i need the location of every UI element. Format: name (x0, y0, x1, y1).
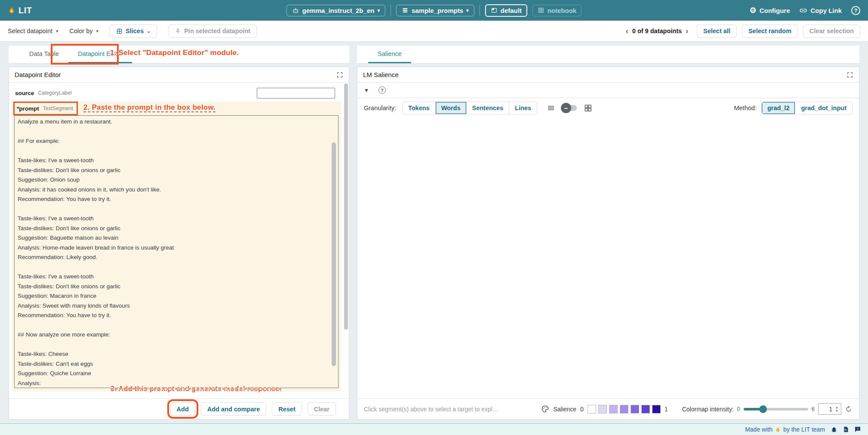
footer-text-suffix: by the LIT team (783, 426, 825, 433)
granularity-row: Granularity: Tokens Words Sentences Line… (357, 98, 859, 118)
color-by-dropdown[interactable]: Color by ▾ (70, 28, 99, 34)
apps-grid-icon[interactable] (584, 104, 592, 112)
slices-grid-icon (116, 28, 123, 34)
intensity-slider[interactable] (744, 408, 808, 410)
salience-swatch (631, 405, 639, 413)
pagination-text: 0 of 9 datapoints (632, 28, 682, 34)
pin-datapoint-button[interactable]: Pin selected datapoint (168, 25, 257, 38)
maximize-icon[interactable] (846, 71, 853, 78)
slider-knob[interactable] (759, 405, 767, 413)
datapoint-editor-module: Datapoint Editor source CategoryLabel *p… (9, 67, 349, 420)
intensity-input[interactable]: 1 ▲▼ (818, 403, 841, 415)
robot-icon (292, 7, 299, 14)
add-button[interactable]: Add (170, 402, 195, 416)
layout-tab-label: default (501, 7, 522, 14)
salience-toggle[interactable]: − (562, 105, 577, 111)
source-field-type: CategoryLabel (38, 90, 71, 96)
intensity-label: Colormap intensity: (682, 406, 734, 413)
prompt-textarea[interactable]: Analyze a menu item in a restaurant. ## … (15, 116, 338, 388)
app-bar: LIT gemma_instruct_2b_en ▾ sample_prompt… (0, 0, 868, 21)
salience-hint: Click segment(s) above to select a targe… (364, 406, 499, 413)
salience-color-scale (588, 405, 661, 413)
reset-intensity-icon[interactable] (845, 405, 853, 413)
divider (391, 5, 391, 16)
granularity-sentences[interactable]: Sentences (466, 102, 509, 114)
module-title: Datapoint Editor (15, 71, 61, 78)
slider-max: 6 (812, 406, 815, 412)
bug-report-icon[interactable] (831, 426, 837, 433)
spinner-arrows[interactable]: ▲▼ (834, 404, 840, 414)
next-chevron-icon[interactable]: › (686, 27, 688, 35)
salience-footer: Click segment(s) above to select a targe… (357, 398, 859, 419)
code-doc-icon[interactable] (843, 426, 849, 433)
spin-up-icon[interactable]: ▲ (835, 406, 838, 409)
clear-button[interactable]: Clear (308, 402, 336, 416)
salience-swatch (598, 405, 607, 413)
notebook-grid-icon (538, 7, 545, 14)
prompt-field-name: *prompt (17, 105, 39, 112)
prev-chevron-icon[interactable]: ‹ (626, 27, 628, 35)
lit-logo: LIT (8, 6, 32, 15)
salience-swatch (588, 405, 596, 413)
module-title: LM Salience (363, 71, 399, 78)
caret-down-icon: ⌄ (147, 28, 151, 34)
tab-salience[interactable]: Salience (368, 46, 411, 63)
salience-swatch (641, 405, 650, 413)
annotation-step2: 2. Paste the prompt in the box below. (83, 103, 215, 112)
help-icon[interactable]: ? (851, 6, 860, 15)
layout-tab-notebook[interactable]: notebook (532, 5, 582, 16)
tab-datapoint-editor[interactable]: Datapoint Editor (68, 46, 132, 63)
collapse-caret-icon[interactable]: ▼ (364, 87, 369, 93)
feedback-icon[interactable] (854, 426, 861, 433)
datapoint-pager: ‹ 0 of 9 datapoints › (626, 27, 688, 35)
method-grad-l2[interactable]: grad_l2 (762, 102, 795, 114)
density-lines-icon[interactable] (547, 104, 555, 112)
salience-subbar: ▼ ? (357, 83, 859, 98)
layout-tab-label: notebook (548, 7, 577, 14)
slices-button[interactable]: Slices ⌄ (110, 25, 157, 38)
textarea-scrollbar[interactable] (332, 142, 336, 366)
add-and-compare-button[interactable]: Add and compare (201, 402, 266, 416)
select-random-button[interactable]: Select random (742, 25, 798, 38)
caret-down-icon: ▾ (96, 28, 99, 34)
select-datapoint-label: Select datapoint (8, 28, 52, 34)
divider (480, 5, 480, 16)
dataset-selector[interactable]: sample_prompts ▾ (396, 5, 474, 16)
selection-toolbar: Select datapoint ▾ Color by ▾ Slices ⌄ P… (0, 21, 868, 42)
granularity-label: Granularity: (364, 105, 396, 111)
toggle-knob-icon: − (561, 103, 571, 113)
source-input[interactable] (257, 88, 335, 99)
granularity-tokens[interactable]: Tokens (403, 102, 435, 114)
copy-link-button[interactable]: Copy Link (799, 6, 842, 15)
scale-min: 0 (580, 406, 584, 413)
granularity-lines[interactable]: Lines (509, 102, 537, 114)
source-field-name: source (15, 90, 34, 96)
configure-button[interactable]: ⚙ Configure (750, 6, 790, 14)
select-datapoint-dropdown[interactable]: Select datapoint ▾ (8, 28, 58, 34)
layout-tab-default[interactable]: default (485, 4, 527, 17)
scale-max: 1 (665, 406, 668, 413)
help-icon[interactable]: ? (379, 86, 386, 94)
right-tabstrip: Salience (357, 46, 859, 64)
lm-salience-module: LM Salience ▼ ? Granularity: Tokens Word… (357, 67, 859, 420)
select-all-button[interactable]: Select all (697, 25, 737, 38)
link-icon (799, 6, 807, 15)
layout-default-icon (491, 7, 498, 14)
clear-selection-button[interactable]: Clear selection (803, 25, 860, 38)
spin-down-icon[interactable]: ▼ (835, 409, 838, 412)
caret-down-icon: ▾ (466, 8, 469, 13)
footer-text-prefix: Made with (745, 426, 773, 433)
left-tabstrip: Data Table Datapoint Editor (9, 46, 349, 64)
gear-icon: ⚙ (750, 6, 757, 14)
slices-label: Slices (126, 28, 144, 34)
salience-canvas (357, 118, 859, 398)
tab-data-table[interactable]: Data Table (20, 46, 68, 63)
maximize-icon[interactable] (336, 71, 343, 78)
model-selector[interactable]: gemma_instruct_2b_en ▾ (286, 5, 385, 16)
intensity-value: 1 (829, 404, 832, 414)
method-grad-dot-input[interactable]: grad_dot_input (795, 102, 852, 114)
reset-button[interactable]: Reset (272, 402, 302, 416)
granularity-words[interactable]: Words (435, 102, 466, 114)
module-scrollbar[interactable] (344, 83, 348, 397)
prompt-field: *prompt TextSegment 2. Paste the prompt … (12, 102, 341, 392)
